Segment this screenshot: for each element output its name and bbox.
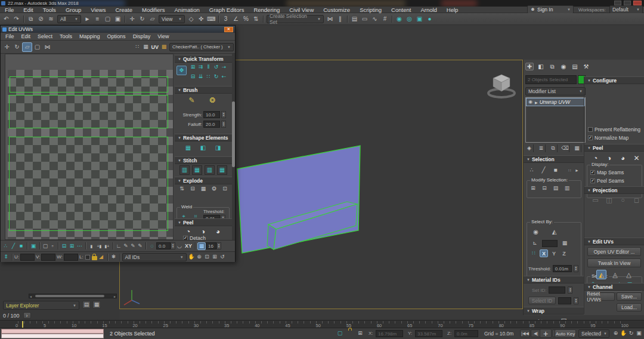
reset-view-icon[interactable]: ↺ bbox=[219, 253, 227, 261]
uv-polygon-mode-icon[interactable]: ■ bbox=[17, 242, 25, 250]
close-button[interactable] bbox=[633, 1, 642, 5]
ring-bar-icon[interactable]: ▮ bbox=[88, 242, 95, 250]
uv-shell-top[interactable] bbox=[10, 76, 168, 93]
brush-rollout-header[interactable]: ▼Brush bbox=[175, 86, 232, 94]
reset-uvws-button[interactable]: Reset UVWs bbox=[586, 292, 615, 301]
undo-icon[interactable]: ↶ bbox=[1, 14, 11, 24]
x-axis-button[interactable]: X bbox=[540, 249, 548, 257]
uv-mirror-icon[interactable]: ⋈ bbox=[42, 42, 52, 52]
maximize-button[interactable] bbox=[624, 1, 631, 5]
dialog-menu-item[interactable]: Display bbox=[129, 33, 154, 39]
soft-selection-field[interactable]: 0.0 bbox=[156, 242, 171, 249]
strength-spinner[interactable]: ▲▼ bbox=[221, 111, 226, 118]
uv-scale-icon[interactable]: ▱ bbox=[22, 42, 32, 52]
texture-checker-icon[interactable]: ▩ bbox=[160, 43, 168, 51]
maxscript-mini-listener[interactable] bbox=[1, 329, 104, 334]
panel-vertical-scrollbar[interactable] bbox=[232, 54, 235, 240]
uv-rotate-icon[interactable]: ↻ bbox=[12, 42, 22, 52]
select-by-name-icon[interactable]: ≡ bbox=[92, 14, 103, 24]
percent-snap-icon[interactable]: % bbox=[241, 14, 251, 24]
go-start-icon[interactable]: |◀◀ bbox=[520, 329, 530, 337]
window-crossing-icon[interactable]: ▣ bbox=[113, 14, 123, 24]
linear-align-icon[interactable]: ‖ bbox=[205, 63, 212, 71]
snap-grid-icon[interactable]: ∷ bbox=[133, 43, 141, 51]
keyboard-override-icon[interactable]: ⌨ bbox=[206, 14, 216, 24]
dialog-menu-item[interactable]: Edit bbox=[18, 33, 35, 39]
zoom-region-icon[interactable]: ⊡ bbox=[203, 253, 211, 261]
z-coord-field[interactable]: 0.0m bbox=[454, 330, 478, 337]
cp-polygon-icon[interactable]: ■ bbox=[550, 165, 561, 175]
menu-item[interactable]: Tools bbox=[38, 7, 61, 13]
zoom-extents-icon[interactable]: ⊞ bbox=[211, 253, 219, 261]
menu-item[interactable]: Edit bbox=[18, 7, 38, 13]
uv-move-icon[interactable]: ✛ bbox=[2, 42, 12, 52]
snap-pixel-icon[interactable]: ▦ bbox=[141, 43, 150, 51]
open-uv-editor-button[interactable]: Open UV Editor ... bbox=[587, 247, 641, 256]
show-end-result-icon[interactable]: ≣ bbox=[537, 144, 546, 152]
detach-checkbox[interactable]: ✓ bbox=[183, 236, 188, 240]
projection-rollout-header[interactable]: ▼Projection bbox=[584, 186, 644, 194]
dialog-menu-item[interactable]: Mapping bbox=[76, 33, 104, 39]
menu-item[interactable]: File bbox=[0, 7, 18, 13]
align-h2-icon[interactable]: ⊟ bbox=[189, 73, 197, 81]
straighten-icon[interactable]: ▦ bbox=[183, 143, 193, 153]
normalize-map-checkbox[interactable]: ✓ bbox=[588, 135, 593, 140]
grid-size-spinner[interactable]: ▲▼ bbox=[216, 242, 221, 249]
planar-map-icon[interactable]: ▭ bbox=[590, 195, 600, 205]
threshold-spinner[interactable]: ▲▼ bbox=[574, 265, 578, 272]
set-id-spinner[interactable]: ▲▼ bbox=[568, 286, 572, 294]
menu-item[interactable]: Scripting bbox=[355, 7, 386, 13]
cp-peel-mode-icon[interactable]: ◑ bbox=[604, 153, 614, 163]
select-link-icon[interactable]: ⧉ bbox=[26, 14, 36, 24]
schematic-view-icon[interactable]: # bbox=[380, 14, 390, 24]
uv-freeform-icon[interactable]: ▢ bbox=[32, 42, 42, 52]
falloff-curve-icon[interactable]: ◡ bbox=[175, 242, 184, 250]
lock-selection-uvw-icon[interactable] bbox=[92, 256, 97, 260]
ref-coord-dropdown[interactable]: View▼ bbox=[159, 15, 185, 23]
angle-field[interactable] bbox=[542, 240, 558, 247]
redo-icon[interactable]: ↷ bbox=[11, 14, 21, 24]
dialog-menu-item[interactable]: Tools bbox=[56, 33, 76, 39]
dialog-menu-item[interactable]: File bbox=[2, 33, 18, 39]
ring-grow-icon[interactable]: +▮ bbox=[95, 242, 103, 250]
soft-selection-icon[interactable]: ◌ bbox=[148, 242, 156, 250]
shrink-selection-icon[interactable]: ⊟ bbox=[60, 242, 68, 250]
spherical-map-icon[interactable]: ○ bbox=[618, 195, 628, 205]
grid-size-field[interactable]: 16 bbox=[206, 242, 216, 249]
falloff-field[interactable]: 20.0 bbox=[203, 121, 220, 128]
menu-item[interactable]: Rendering bbox=[249, 7, 284, 13]
maxscript-mini-listener-white[interactable] bbox=[1, 334, 104, 338]
soft-selection-spinner[interactable]: ▲▼ bbox=[171, 242, 175, 249]
modify-tab-icon[interactable]: ◧ bbox=[537, 63, 545, 70]
uv-shell-middle[interactable] bbox=[9, 95, 168, 128]
stitch-rollout-header[interactable]: ▼Stitch bbox=[175, 156, 232, 164]
object-name-field[interactable]: 2 Objects Selected bbox=[525, 75, 577, 84]
motion-tab-icon[interactable]: ◉ bbox=[559, 63, 568, 70]
absolute-mode-icon[interactable]: ⊞ bbox=[356, 329, 364, 337]
channel-rollout-header[interactable]: ▼Channel bbox=[584, 283, 644, 291]
wrap-rollout-header[interactable]: ▼Wrap bbox=[524, 307, 584, 315]
explorer-layers-icon[interactable]: ▤ bbox=[82, 301, 91, 309]
threshold-field[interactable]: 0.01m bbox=[553, 265, 572, 272]
explorer-hierarchy-icon[interactable]: ▦ bbox=[92, 301, 101, 309]
paint-remove-icon[interactable]: ✎ bbox=[137, 242, 144, 250]
use-pivot-icon[interactable]: ◇ bbox=[186, 14, 196, 24]
pelt-map-icon[interactable]: ✕ bbox=[631, 153, 642, 163]
paint-select-icon[interactable]: ✎ bbox=[122, 242, 129, 250]
ribbon-icon[interactable]: ▭ bbox=[360, 14, 370, 24]
render-setup-icon[interactable]: ◎ bbox=[404, 14, 414, 24]
scrollbar-left-arrow[interactable]: ◂ bbox=[30, 294, 32, 298]
all-ids-dropdown[interactable]: All IDs▼ bbox=[122, 253, 187, 261]
curve-editor-icon[interactable]: ∿ bbox=[370, 14, 380, 24]
remove-modifier-icon[interactable]: ⌫ bbox=[561, 144, 569, 152]
isolate-toggle-icon[interactable]: ▢ bbox=[336, 329, 344, 337]
explode-seams-icon[interactable]: ⊡ bbox=[220, 185, 230, 193]
modifier-stack-row[interactable]: ◉ ▶ Unwrap UVW bbox=[526, 98, 585, 106]
layer-manager-icon[interactable]: ▤ bbox=[349, 14, 360, 24]
transform-typein-icon[interactable]: ⇕ bbox=[2, 253, 10, 261]
rectangularize-icon[interactable]: ◨ bbox=[213, 143, 223, 153]
gizmo-icon[interactable]: ◢ bbox=[97, 253, 106, 261]
pan-icon[interactable]: ✋ bbox=[188, 253, 196, 261]
uv-vertex-mode-icon[interactable]: ∴ bbox=[2, 242, 10, 250]
pin-stack-icon[interactable]: ◈ bbox=[525, 144, 534, 152]
